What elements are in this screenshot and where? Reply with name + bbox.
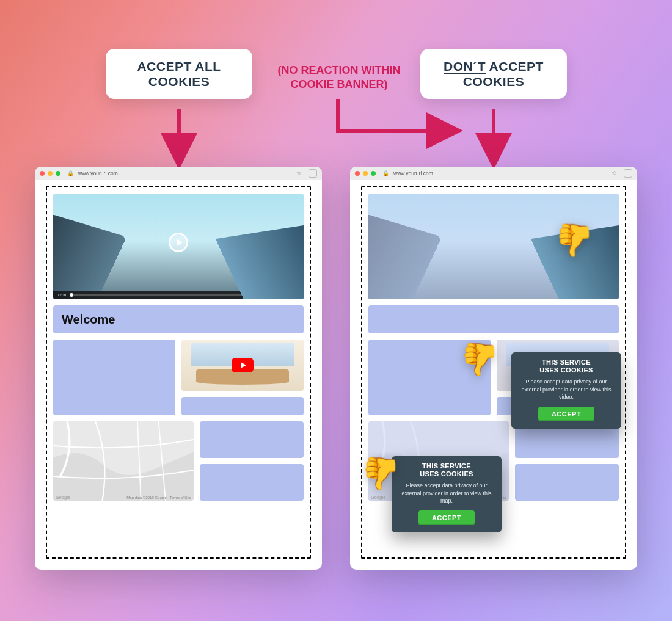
label-dont-accept: DON´T ACCEPT COOKIES [420, 49, 567, 99]
bookmark-star-icon[interactable]: ☆ [612, 170, 617, 176]
placeholder-block [200, 421, 304, 458]
bookmark-star-icon[interactable]: ☆ [296, 170, 302, 176]
embedded-map[interactable]: Google Map data ©2019 Google · Terms of … [53, 421, 194, 501]
browser-rejected: 🔒 www.yoururl.com ☆ 👎 Welcome [350, 167, 637, 570]
page-viewport: 👎 Welcome Google [361, 186, 626, 559]
traffic-light-min-icon[interactable] [48, 171, 53, 176]
accept-button[interactable]: ACCEPT [418, 510, 475, 525]
map-brand: Google [56, 495, 70, 499]
consent-card-video: THIS SERVICEUSES COOKIES Please accept d… [511, 352, 621, 429]
video-seek-track[interactable] [70, 294, 287, 296]
consent-body: Please accept data privacy of our extern… [400, 482, 493, 504]
label-text-underlined: DON´T [444, 59, 486, 73]
accept-button[interactable]: ACCEPT [538, 407, 594, 421]
welcome-heading: Welcome [53, 305, 304, 333]
thumbs-down-icon: 👎 [460, 343, 500, 375]
video-time-total: 02:00 [291, 293, 300, 297]
traffic-light-min-icon[interactable] [363, 171, 368, 176]
flow-arrows [0, 0, 672, 183]
lock-icon: 🔒 [382, 170, 389, 176]
address-bar-text[interactable]: www.yoururl.com [78, 170, 118, 176]
browser-titlebar: 🔒 www.yoururl.com ☆ [350, 167, 637, 180]
consent-title: THIS SERVICEUSES COOKIES [520, 358, 613, 374]
youtube-play-icon[interactable] [232, 358, 254, 372]
placeholder-block [200, 464, 304, 501]
label-text: COOKIES [148, 74, 210, 89]
embedded-youtube-video[interactable] [181, 340, 304, 391]
label-text: COOKIES [463, 74, 524, 89]
video-time-current: 00:00 [57, 293, 66, 297]
address-bar-text[interactable]: www.yoururl.com [393, 170, 433, 176]
video-controls[interactable]: 00:00 02:00 [53, 291, 304, 299]
content-row-3: Google Map data ©2019 Google · Terms of … [53, 421, 304, 501]
map-brand: Google [371, 495, 385, 499]
traffic-light-max-icon[interactable] [371, 171, 376, 176]
thumbs-down-icon: 👎 [555, 224, 594, 256]
page-viewport: 00:00 02:00 Welcome [46, 186, 311, 559]
label-no-reaction: (NO REACTION WITHIN COOKIE BANNER) [263, 64, 415, 91]
hamburger-menu-icon[interactable] [309, 169, 317, 178]
content-row-2 [53, 340, 304, 415]
play-icon[interactable] [169, 233, 188, 252]
consent-title: THIS SERVICEUSES COOKIES [400, 462, 493, 478]
hero-video[interactable]: 00:00 02:00 [53, 194, 304, 299]
traffic-light-close-icon[interactable] [355, 171, 360, 176]
placeholder-block [53, 340, 175, 415]
thumbs-down-icon: 👎 [361, 457, 401, 489]
consent-card-map: THIS SERVICEUSES COOKIES Please accept d… [392, 456, 502, 532]
lock-icon: 🔒 [67, 170, 74, 176]
hamburger-menu-icon[interactable] [624, 169, 632, 178]
browser-titlebar: 🔒 www.yoururl.com ☆ [35, 167, 322, 180]
placeholder-block [515, 464, 619, 501]
traffic-light-close-icon[interactable] [40, 171, 45, 176]
label-text: (NO REACTION WITHIN [278, 64, 401, 76]
browser-accepted: 🔒 www.yoururl.com ☆ 00:00 02:00 Welcome [35, 167, 322, 570]
side-column [515, 421, 619, 501]
consent-body: Please accept data privacy of our extern… [520, 378, 613, 400]
label-text: ACCEPT ALL [137, 59, 221, 73]
traffic-light-max-icon[interactable] [56, 171, 60, 176]
placeholder-block [181, 397, 304, 415]
label-accept-all: ACCEPT ALL COOKIES [106, 49, 252, 99]
map-attribution: Map data ©2019 Google · Terms of Use [126, 496, 191, 499]
welcome-heading-placeholder: Welcome [368, 305, 619, 333]
label-text: COOKIE BANNER) [290, 78, 387, 90]
label-text: ACCEPT [486, 59, 544, 73]
side-column [200, 421, 304, 501]
